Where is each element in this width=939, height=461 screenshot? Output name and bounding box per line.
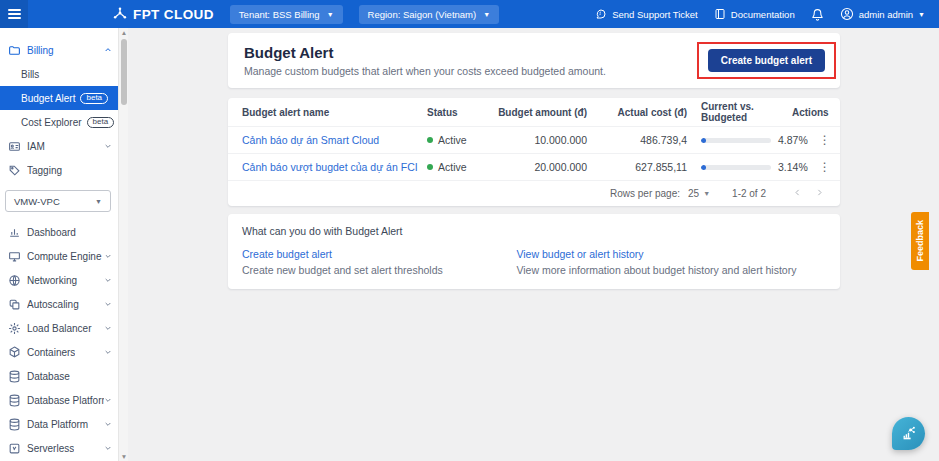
active-status-dot	[427, 164, 433, 170]
create-budget-alert-button[interactable]: Create budget alert	[708, 49, 825, 72]
progress-track	[701, 138, 771, 143]
sidebar-item-tagging[interactable]: Tagging	[0, 158, 118, 182]
vpc-selector[interactable]: VMW-VPC ▼	[5, 190, 111, 212]
bar-chart-icon	[8, 226, 21, 239]
copy-icon	[8, 298, 21, 311]
sidebar-item-compute-engine[interactable]: Compute Engine	[0, 244, 118, 268]
rows-per-page-label: Rows per page:	[610, 188, 680, 199]
send-support-ticket-button[interactable]: Send Support Ticket	[595, 8, 698, 20]
table-row: Cảnh báo vượt bugdet của dự án FCI Activ…	[228, 153, 840, 180]
documentation-button[interactable]: Documentation	[714, 8, 795, 20]
chevron-down-icon	[104, 142, 112, 150]
hamburger-menu-icon[interactable]	[0, 0, 28, 28]
sidebar-item-autoscaling[interactable]: Autoscaling	[0, 292, 118, 316]
fpt-logo-icon	[112, 6, 128, 22]
create-budget-alert-link[interactable]: Create budget alert	[242, 248, 516, 260]
help-item: Create budget alert Create new budget an…	[242, 248, 516, 276]
page-subtitle: Manage custom budgets that alert when yo…	[244, 65, 606, 77]
sidebar-item-containers[interactable]: Containers	[0, 340, 118, 364]
database-icon	[8, 370, 21, 383]
sidebar-item-iam[interactable]: IAM	[0, 134, 118, 158]
sidebar-item-budget-alert[interactable]: Budget Alert beta	[0, 86, 118, 110]
chevron-down-icon	[104, 300, 112, 308]
table-header-row: Budget alert name Status Budget amount (…	[228, 98, 840, 126]
notifications-bell-icon[interactable]	[811, 8, 824, 21]
table-pagination: Rows per page: 25 ▼ 1-2 of 2	[228, 180, 840, 206]
table-row: Cảnh báo dự án Smart Cloud Active 10.000…	[228, 126, 840, 153]
scroll-up-icon[interactable]: ▲	[119, 28, 129, 37]
chevron-down-icon: ▼	[918, 11, 925, 18]
scroll-down-icon[interactable]: ▼	[119, 452, 129, 461]
network-chart-icon	[900, 425, 917, 442]
progress-fill	[701, 138, 706, 143]
sidebar-item-database-platform[interactable]: Database Platform	[0, 388, 118, 412]
beta-badge: beta	[87, 117, 115, 128]
progress-cell: 4.87%	[687, 134, 808, 146]
actual-cost: 627.855,11	[587, 161, 687, 173]
tenant-selector[interactable]: Tenant: BSS Billing ▼	[230, 5, 343, 24]
chat-bubble-icon	[595, 8, 607, 20]
sidebar-item-database[interactable]: Database	[0, 364, 118, 388]
chevron-down-icon	[104, 252, 112, 260]
user-menu[interactable]: admin admin ▼	[840, 7, 925, 21]
sidebar-item-load-balancer[interactable]: Load Balancer	[0, 316, 118, 340]
rows-per-page-select[interactable]: 25 ▼	[688, 188, 710, 199]
progress-fill	[701, 165, 706, 170]
chevron-down-icon: ▼	[95, 198, 102, 205]
active-status-dot	[427, 137, 433, 143]
page-header-card: Budget Alert Manage custom budgets that …	[228, 33, 840, 88]
user-avatar-icon	[840, 7, 854, 21]
scrollbar-thumb[interactable]	[121, 39, 127, 105]
region-selector[interactable]: Region: Saigon (Vietnam) ▼	[359, 5, 500, 24]
database-icon	[8, 394, 21, 407]
progress-track	[701, 165, 771, 170]
logo-text: FPT CLOUD	[133, 7, 214, 22]
folder-icon	[8, 44, 21, 57]
chat-assistant-button[interactable]	[892, 417, 925, 450]
pagination-range: 1-2 of 2	[732, 188, 766, 199]
chevron-down-icon: ▼	[703, 190, 710, 197]
actual-cost: 486.739,4	[587, 134, 687, 146]
main-content: Budget Alert Manage custom budgets that …	[128, 28, 939, 461]
sidebar-item-dashboard[interactable]: Dashboard	[0, 220, 118, 244]
feedback-tab[interactable]: Feedback	[911, 212, 929, 270]
chevron-down-icon	[104, 420, 112, 428]
box-icon	[8, 346, 21, 359]
fpt-cloud-logo[interactable]: FPT CLOUD	[112, 6, 214, 22]
chevron-down-icon	[104, 396, 112, 404]
sidebar: Billing Bills Budget Alert beta Cost Exp…	[0, 28, 118, 461]
chevron-down-icon	[104, 276, 112, 284]
status-badge: Active	[427, 134, 495, 146]
database-icon	[8, 418, 21, 431]
budget-alert-name-link[interactable]: Cảnh báo dự án Smart Cloud	[242, 134, 427, 146]
sidebar-item-billing[interactable]: Billing	[0, 38, 118, 62]
view-budget-history-link[interactable]: View budget or alert history	[516, 248, 826, 260]
monitor-icon	[8, 250, 21, 263]
sidebar-item-serverless[interactable]: Serverless	[0, 436, 118, 460]
budget-alert-name-link[interactable]: Cảnh báo vượt bugdet của dự án FCI	[242, 161, 427, 173]
next-page-icon[interactable]	[812, 188, 826, 199]
progress-percent: 3.14%	[778, 161, 808, 173]
chevron-down-icon: ▼	[483, 11, 490, 18]
chevron-down-icon	[104, 444, 112, 452]
progress-percent: 4.87%	[778, 134, 808, 146]
budget-alert-table: Budget alert name Status Budget amount (…	[228, 98, 840, 206]
tag-icon	[8, 164, 21, 177]
page-title: Budget Alert	[244, 44, 606, 61]
progress-cell: 3.14%	[687, 161, 808, 173]
previous-page-icon[interactable]	[790, 188, 804, 199]
row-actions-kebab-icon[interactable]: ⋮	[808, 133, 842, 147]
budget-amount: 20.000.000	[495, 161, 587, 173]
sidebar-scrollbar[interactable]: ▲ ▼	[118, 28, 128, 461]
sidebar-item-data-platform[interactable]: Data Platform	[0, 412, 118, 436]
help-card: What can you do with Budget Alert Create…	[228, 214, 840, 289]
sidebar-item-cost-explorer[interactable]: Cost Explorer beta	[0, 110, 118, 134]
red-annotation-box: Create budget alert	[697, 42, 836, 79]
book-icon	[714, 8, 726, 20]
beta-badge: beta	[80, 93, 108, 104]
sidebar-item-bills[interactable]: Bills	[0, 62, 118, 86]
sidebar-item-networking[interactable]: Networking	[0, 268, 118, 292]
gear-icon	[8, 322, 21, 335]
row-actions-kebab-icon[interactable]: ⋮	[808, 160, 842, 174]
globe-icon	[8, 274, 21, 287]
